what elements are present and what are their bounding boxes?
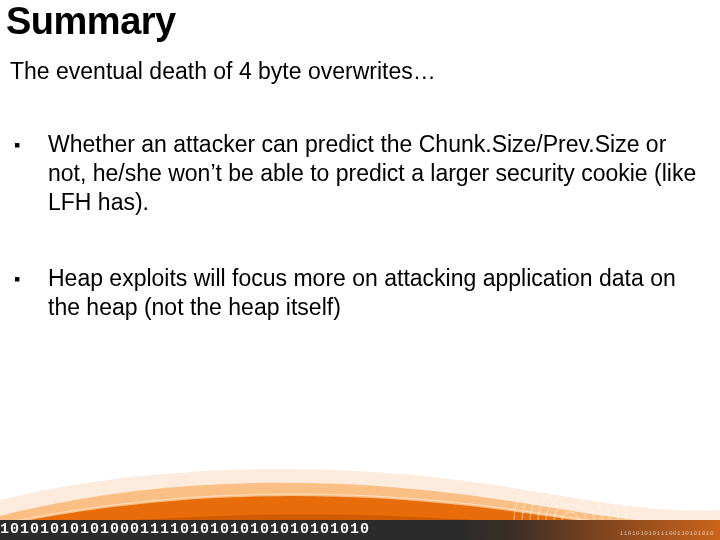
binary-text: 1010101010100011110101010101010101010 (0, 521, 370, 538)
binary-strip: 1010101010100011110101010101010101010 (0, 520, 720, 540)
binary-tiny: 11010101011100110101010 (620, 530, 714, 537)
slide-subtitle: The eventual death of 4 byte overwrites… (10, 58, 436, 85)
slide: Summary The eventual death of 4 byte ove… (0, 0, 720, 540)
bullet-text: Whether an attacker can predict the Chun… (48, 130, 710, 216)
footer-graphic: 1010101010100011110101010101010101010 11… (0, 430, 720, 540)
bullet-list: ▪ Whether an attacker can predict the Ch… (14, 130, 710, 370)
slide-title: Summary (6, 0, 176, 43)
list-item: ▪ Whether an attacker can predict the Ch… (14, 130, 710, 216)
bullet-icon: ▪ (14, 264, 48, 293)
bullet-text: Heap exploits will focus more on attacki… (48, 264, 710, 322)
list-item: ▪ Heap exploits will focus more on attac… (14, 264, 710, 322)
bullet-icon: ▪ (14, 130, 48, 159)
